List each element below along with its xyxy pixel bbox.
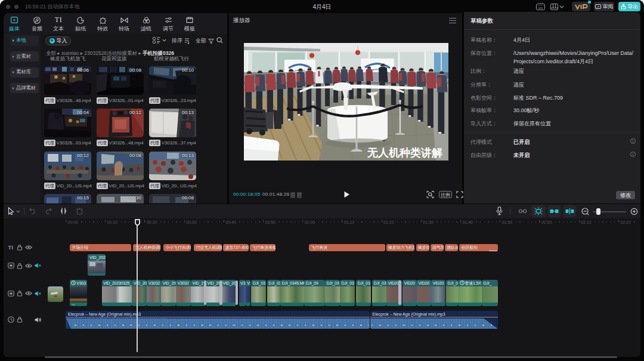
svg-text:无人机种类讲解: 无人机种类讲解 — [367, 147, 442, 159]
